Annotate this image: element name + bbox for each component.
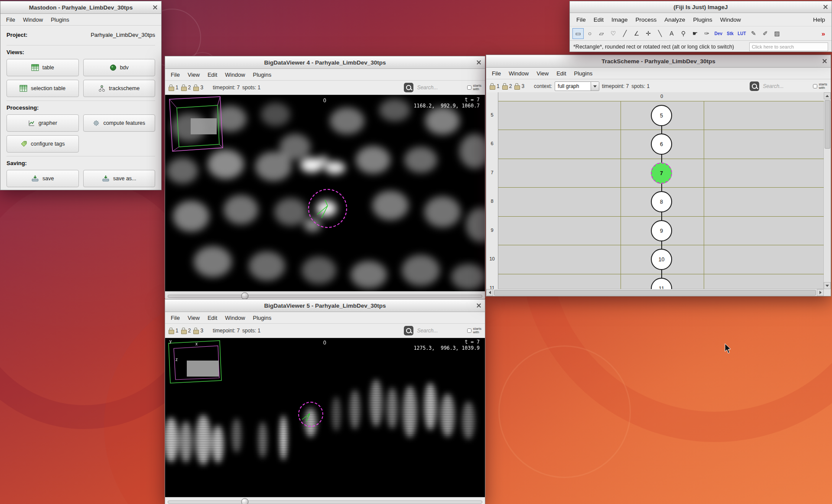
menu-edit[interactable]: Edit bbox=[590, 14, 608, 25]
menu-file[interactable]: File bbox=[167, 70, 184, 80]
menu-plugins[interactable]: Plugins bbox=[689, 14, 716, 25]
bdv5-titlebar[interactable]: BigDataViewer 5 - Parhyale_LimbDev_30tps bbox=[165, 299, 485, 312]
menu-edit[interactable]: Edit bbox=[204, 70, 221, 80]
mastodon-titlebar[interactable]: Mastodon - Parhyale_LimbDev_30tps bbox=[0, 1, 161, 14]
wand-tool[interactable]: ╲ bbox=[654, 28, 666, 39]
compute-features-button[interactable]: compute features bbox=[83, 114, 156, 132]
more-tools-button[interactable]: » bbox=[818, 28, 829, 39]
menu-window[interactable]: Window bbox=[221, 70, 249, 80]
menu-window[interactable]: Window bbox=[221, 313, 249, 323]
close-icon[interactable] bbox=[476, 303, 481, 308]
lock-1[interactable]: 1 bbox=[169, 327, 179, 334]
scroll-down-button[interactable] bbox=[824, 282, 831, 289]
search-button[interactable] bbox=[404, 326, 413, 335]
dev-tool-menu[interactable]: Dev bbox=[713, 28, 724, 39]
menu-view[interactable]: View bbox=[533, 68, 552, 78]
trackscheme-graph[interactable]: 0 5 6 7 8 9 10 11 5 6 7 8 9 10 11 bbox=[486, 92, 824, 289]
polygon-tool[interactable]: ▱ bbox=[596, 28, 607, 39]
search-input[interactable] bbox=[416, 327, 465, 334]
scroll-right-button[interactable] bbox=[817, 289, 824, 296]
stk-tool-menu[interactable]: Stk bbox=[725, 28, 736, 39]
hand-tool[interactable]: ☛ bbox=[689, 28, 701, 39]
vertical-scroll-thumb[interactable] bbox=[825, 100, 830, 149]
menu-view[interactable]: View bbox=[184, 313, 204, 323]
selection-table-button[interactable]: selection table bbox=[6, 80, 79, 97]
spot-node[interactable]: 10 bbox=[651, 249, 672, 270]
slider-knob[interactable] bbox=[241, 498, 249, 504]
search-button[interactable] bbox=[750, 81, 759, 91]
lock-1[interactable]: 1 bbox=[490, 83, 500, 90]
rectangle-tool[interactable]: ▭ bbox=[572, 28, 584, 39]
menu-window[interactable]: Window bbox=[505, 68, 533, 78]
trackscheme-button[interactable]: trackscheme bbox=[83, 80, 156, 97]
starts-with-checkbox[interactable] bbox=[467, 85, 471, 90]
pencil-tool[interactable]: ✎ bbox=[748, 28, 759, 39]
spot-node[interactable]: 5 bbox=[651, 105, 672, 126]
slider-groove[interactable] bbox=[168, 501, 482, 504]
configure-tags-button[interactable]: configure tags bbox=[6, 135, 79, 153]
point-tool[interactable]: ✛ bbox=[643, 28, 654, 39]
spot-node-selected[interactable]: 7 bbox=[651, 163, 672, 184]
search-input[interactable] bbox=[762, 83, 810, 90]
starts-with-checkbox[interactable] bbox=[813, 84, 817, 88]
bdv4-titlebar[interactable]: BigDataViewer 4 - Parhyale_LimbDev_30tps bbox=[165, 56, 485, 69]
close-icon[interactable] bbox=[822, 59, 827, 64]
lock-2[interactable]: 2 bbox=[181, 84, 191, 91]
color-picker-tool[interactable]: ✑ bbox=[701, 28, 712, 39]
oval-tool[interactable]: ○ bbox=[584, 28, 595, 39]
table-button[interactable]: table bbox=[6, 59, 79, 76]
lut-tool-menu[interactable]: LUT bbox=[736, 28, 748, 39]
vertical-scrollbar[interactable] bbox=[823, 92, 831, 289]
menu-file[interactable]: File bbox=[572, 14, 590, 25]
flood-fill-tool[interactable]: ▨ bbox=[771, 28, 783, 39]
text-tool[interactable]: A bbox=[666, 28, 677, 39]
menu-edit[interactable]: Edit bbox=[552, 68, 570, 78]
context-dropdown[interactable]: full graph bbox=[555, 81, 599, 91]
lock-1[interactable]: 1 bbox=[169, 84, 179, 91]
imagej-search-input[interactable] bbox=[749, 42, 828, 51]
lock-2[interactable]: 2 bbox=[502, 83, 512, 90]
save-button[interactable]: save bbox=[6, 170, 79, 187]
close-icon[interactable] bbox=[823, 4, 828, 10]
bdv4-canvas[interactable]: 0 t = 7 1168.2, 992.9, 1060.7 bbox=[165, 95, 485, 291]
menu-help[interactable]: Help bbox=[809, 14, 829, 25]
magnifier-tool[interactable]: ⚲ bbox=[678, 28, 689, 39]
bdv-button[interactable]: bdv bbox=[83, 59, 156, 76]
spot-node[interactable]: 11 bbox=[651, 278, 672, 289]
bdv5-canvas[interactable]: y x z 0 t = 7 1275.3, 996.3, 1039.9 bbox=[165, 338, 485, 497]
menu-process[interactable]: Process bbox=[632, 14, 661, 25]
menu-edit[interactable]: Edit bbox=[204, 313, 221, 323]
save-as-button[interactable]: save as... bbox=[83, 170, 156, 187]
chevron-down-icon[interactable] bbox=[591, 82, 599, 91]
bdv5-time-slider[interactable] bbox=[165, 497, 485, 504]
paintbrush-tool[interactable]: ✐ bbox=[760, 28, 771, 39]
freehand-tool[interactable]: ♡ bbox=[608, 28, 619, 39]
slider-groove[interactable] bbox=[168, 295, 482, 298]
menu-file[interactable]: File bbox=[167, 313, 184, 323]
starts-with-checkbox[interactable] bbox=[467, 328, 471, 333]
search-input[interactable] bbox=[416, 84, 465, 91]
menu-image[interactable]: Image bbox=[608, 14, 632, 25]
menu-window[interactable]: Window bbox=[19, 15, 47, 25]
slider-knob[interactable] bbox=[241, 293, 249, 300]
menu-file[interactable]: File bbox=[488, 68, 505, 78]
menu-window[interactable]: Window bbox=[716, 14, 745, 25]
menu-view[interactable]: View bbox=[184, 70, 204, 80]
line-tool[interactable]: ╱ bbox=[619, 28, 630, 39]
menu-plugins[interactable]: Plugins bbox=[249, 313, 276, 323]
menu-file[interactable]: File bbox=[2, 15, 19, 25]
search-button[interactable] bbox=[404, 83, 413, 92]
grapher-button[interactable]: grapher bbox=[6, 114, 79, 132]
spot-node[interactable]: 8 bbox=[651, 191, 672, 212]
lock-3[interactable]: 3 bbox=[514, 83, 524, 90]
spot-node[interactable]: 9 bbox=[651, 220, 672, 241]
scroll-up-button[interactable] bbox=[824, 92, 831, 99]
angle-tool[interactable]: ∠ bbox=[631, 28, 642, 39]
trackscheme-titlebar[interactable]: TrackScheme - Parhyale_LimbDev_30tps bbox=[486, 55, 831, 68]
menu-plugins[interactable]: Plugins bbox=[570, 68, 597, 78]
lock-3[interactable]: 3 bbox=[193, 84, 203, 91]
horizontal-scrollbar[interactable] bbox=[486, 289, 824, 296]
close-icon[interactable] bbox=[153, 5, 158, 10]
scroll-left-button[interactable] bbox=[486, 289, 493, 296]
lock-3[interactable]: 3 bbox=[193, 327, 203, 334]
